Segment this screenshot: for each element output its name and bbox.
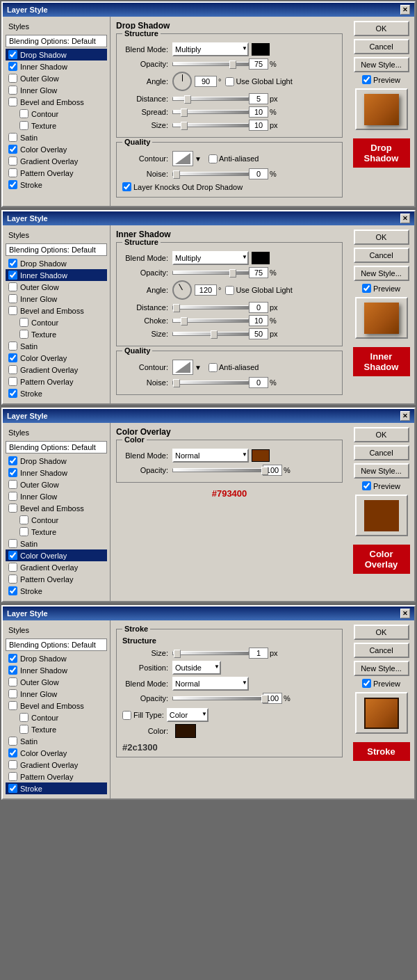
sidebar-inner-shadow-4[interactable]: Inner Shadow xyxy=(6,664,107,676)
sidebar-contour-1[interactable]: Contour xyxy=(6,108,107,120)
sidebar-outer-glow-1[interactable]: Outer Glow xyxy=(6,72,107,84)
sidebar-texture-1[interactable]: Texture xyxy=(6,120,107,131)
blending-options-1[interactable]: Blending Options: Default xyxy=(6,35,107,47)
cb-stroke-3[interactable] xyxy=(8,586,17,595)
stroke-color-swatch-4[interactable] xyxy=(175,724,196,738)
preview-cb-4[interactable] xyxy=(362,679,371,688)
cb-outer-glow-4[interactable] xyxy=(8,677,17,686)
opacity-slider-4[interactable] xyxy=(172,696,263,700)
blending-options-4[interactable]: Blending Options: Default xyxy=(6,638,107,651)
sidebar-pattern-overlay-2[interactable]: Pattern Overlay xyxy=(6,376,107,387)
cb-pattern-overlay-4[interactable] xyxy=(8,772,17,781)
spread-slider-1[interactable] xyxy=(172,110,249,114)
size-slider-4[interactable] xyxy=(172,651,249,655)
sidebar-inner-shadow-1[interactable]: Inner Shadow xyxy=(6,61,107,72)
sidebar-satin-1[interactable]: Satin xyxy=(6,131,107,143)
sidebar-drop-shadow-2[interactable]: Drop Shadow xyxy=(6,257,107,269)
ok-button-2[interactable]: OK xyxy=(354,230,409,245)
ok-button-3[interactable]: OK xyxy=(354,427,409,442)
fill-type-select-4[interactable]: Color xyxy=(167,708,208,722)
sidebar-bevel-emboss-2[interactable]: Bevel and Emboss xyxy=(6,305,107,316)
cb-contour-3[interactable] xyxy=(19,515,28,524)
close-button-1[interactable]: ✕ xyxy=(400,5,410,15)
sidebar-gradient-overlay-3[interactable]: Gradient Overlay xyxy=(6,561,107,573)
cb-outer-glow-2[interactable] xyxy=(8,282,17,291)
sidebar-contour-4[interactable]: Contour xyxy=(6,712,107,723)
global-light-cb-2[interactable] xyxy=(225,286,234,295)
sidebar-contour-3[interactable]: Contour xyxy=(6,514,107,526)
cb-bevel-1[interactable] xyxy=(8,97,17,106)
preview-cb-1[interactable] xyxy=(362,75,371,84)
sidebar-contour-2[interactable]: Contour xyxy=(6,316,107,328)
distance-slider-2[interactable] xyxy=(172,305,249,310)
sidebar-gradient-overlay-2[interactable]: Gradient Overlay xyxy=(6,364,107,376)
new-style-button-2[interactable]: New Style... xyxy=(354,266,409,281)
blend-mode-select-4[interactable]: Normal xyxy=(172,677,249,691)
cb-pattern-overlay-1[interactable] xyxy=(8,168,17,177)
cb-inner-glow-1[interactable] xyxy=(8,86,17,95)
angle-dial-1[interactable] xyxy=(172,72,192,91)
ok-button-1[interactable]: OK xyxy=(354,21,409,36)
cb-inner-glow-2[interactable] xyxy=(8,294,17,303)
size-slider-1[interactable] xyxy=(172,123,249,127)
angle-dial-2[interactable] xyxy=(172,280,192,300)
cb-inner-glow-3[interactable] xyxy=(8,492,17,501)
sidebar-stroke-1[interactable]: Stroke xyxy=(6,179,107,191)
sidebar-color-overlay-1[interactable]: Color Overlay xyxy=(6,143,107,155)
sidebar-outer-glow-3[interactable]: Outer Glow xyxy=(6,479,107,490)
cb-color-overlay-4[interactable] xyxy=(8,748,17,757)
cb-texture-1[interactable] xyxy=(19,121,28,130)
new-style-button-1[interactable]: New Style... xyxy=(354,57,409,72)
sidebar-satin-2[interactable]: Satin xyxy=(6,340,107,352)
sidebar-drop-shadow-1[interactable]: Drop Shadow xyxy=(6,49,107,61)
choke-slider-2[interactable] xyxy=(172,319,249,323)
cancel-button-4[interactable]: Cancel xyxy=(354,643,409,658)
cb-satin-2[interactable] xyxy=(8,342,17,351)
cb-contour-2[interactable] xyxy=(19,318,28,327)
cb-bevel-3[interactable] xyxy=(8,504,17,513)
sidebar-color-overlay-2[interactable]: Color Overlay xyxy=(6,352,107,364)
sidebar-pattern-overlay-1[interactable]: Pattern Overlay xyxy=(6,167,107,179)
close-button-3[interactable]: ✕ xyxy=(400,411,410,421)
cb-drop-shadow-3[interactable] xyxy=(8,456,17,465)
sidebar-drop-shadow-3[interactable]: Drop Shadow xyxy=(6,455,107,467)
anti-aliased-cb-2[interactable] xyxy=(208,363,218,372)
new-style-button-3[interactable]: New Style... xyxy=(354,463,409,479)
sidebar-pattern-overlay-3[interactable]: Pattern Overlay xyxy=(6,573,107,585)
cb-texture-4[interactable] xyxy=(19,725,28,734)
cb-gradient-overlay-3[interactable] xyxy=(8,563,17,572)
sidebar-stroke-2[interactable]: Stroke xyxy=(6,387,107,399)
position-select-4[interactable]: Outside xyxy=(172,661,221,675)
anti-aliased-cb-1[interactable] xyxy=(208,154,218,163)
sidebar-bevel-emboss-4[interactable]: Bevel and Emboss xyxy=(6,700,107,712)
sidebar-color-overlay-4[interactable]: Color Overlay xyxy=(6,747,107,759)
opacity-slider-3[interactable] xyxy=(172,468,263,472)
cb-texture-3[interactable] xyxy=(19,527,28,536)
cb-drop-shadow-2[interactable] xyxy=(8,259,17,268)
cb-inner-glow-4[interactable] xyxy=(8,689,17,698)
cb-drop-shadow-4[interactable] xyxy=(8,654,17,663)
cb-color-overlay-1[interactable] xyxy=(8,145,17,154)
cb-bevel-2[interactable] xyxy=(8,306,17,315)
cb-gradient-overlay-2[interactable] xyxy=(8,365,17,374)
blend-mode-select-2[interactable]: Multiply xyxy=(172,251,249,265)
preview-cb-2[interactable] xyxy=(362,284,371,293)
cb-gradient-overlay-4[interactable] xyxy=(8,760,17,769)
cb-stroke-1[interactable] xyxy=(8,180,17,189)
cb-contour-1[interactable] xyxy=(19,109,28,118)
cb-contour-4[interactable] xyxy=(19,713,28,722)
sidebar-inner-shadow-2[interactable]: Inner Shadow xyxy=(6,269,107,281)
cb-gradient-overlay-1[interactable] xyxy=(8,156,17,166)
sidebar-texture-2[interactable]: Texture xyxy=(6,328,107,340)
fill-type-cb-4[interactable] xyxy=(122,711,131,720)
close-button-4[interactable]: ✕ xyxy=(400,609,410,618)
noise-slider-1[interactable] xyxy=(172,172,249,176)
cb-drop-shadow-1[interactable] xyxy=(8,50,17,59)
cb-stroke-4[interactable] xyxy=(8,784,17,793)
sidebar-gradient-overlay-1[interactable]: Gradient Overlay xyxy=(6,155,107,167)
sidebar-color-overlay-3[interactable]: Color Overlay xyxy=(6,549,107,561)
size-slider-2[interactable] xyxy=(172,332,249,336)
cb-pattern-overlay-3[interactable] xyxy=(8,575,17,584)
contour-preview-1[interactable] xyxy=(172,151,193,166)
blending-options-3[interactable]: Blending Options: Default xyxy=(6,441,107,453)
